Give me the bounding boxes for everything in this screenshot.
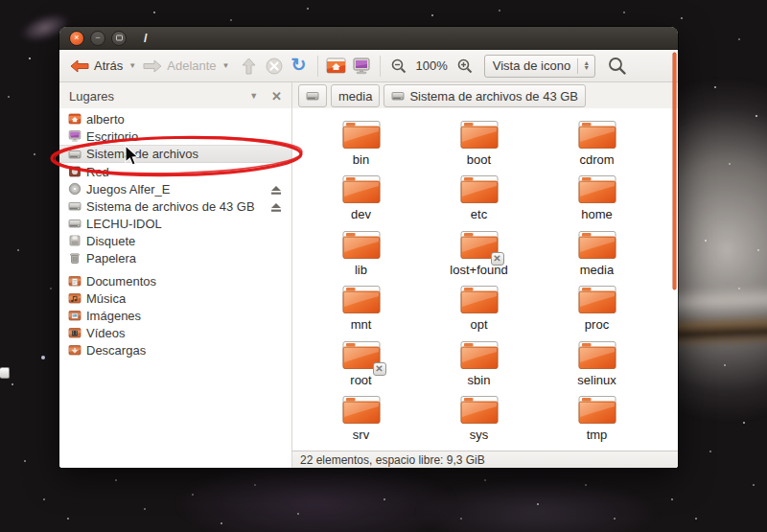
sidebar-item-sistema-de-archivos[interactable]: Sistema de archivos (59, 145, 291, 163)
sidebar-item-alberto[interactable]: alberto (59, 110, 291, 127)
folder-icon (342, 246, 381, 263)
path-button-media[interactable]: media (331, 84, 380, 107)
file-item-cdrom[interactable]: cdrom (538, 120, 656, 174)
file-item-label: srv (353, 428, 369, 442)
toolbar-separator (380, 56, 381, 77)
forward-history-dropdown[interactable]: ▼ (222, 61, 230, 70)
file-item-selinux[interactable]: selinux (538, 340, 656, 395)
close-icon: × (74, 34, 79, 42)
sidebar-item-juegos-alfer_e[interactable]: Juegos Alfer_E (59, 180, 291, 197)
file-item-label: media (580, 263, 614, 277)
file-item-dev[interactable]: dev (302, 174, 420, 229)
sidebar-item-disquete[interactable]: Disquete (59, 232, 291, 249)
file-item-label: dev (351, 207, 371, 221)
file-item-label: selinux (577, 373, 616, 387)
view-selector[interactable]: Vista de icono ▲▼ (484, 55, 595, 78)
trash-icon (67, 251, 81, 266)
home-folder-icon (326, 58, 346, 74)
file-item-label: sbin (468, 373, 491, 387)
file-item-label: root (350, 373, 371, 387)
folder-icon (578, 136, 616, 152)
places-close-icon[interactable]: ✕ (271, 89, 282, 104)
starfield (0, 0, 2, 2)
desktop-icon-fragment (0, 367, 10, 379)
zoom-out-button[interactable] (387, 55, 410, 78)
file-item-lib[interactable]: lib (302, 230, 420, 285)
sidebar-item-documentos[interactable]: Documentos (59, 272, 291, 289)
search-icon (608, 57, 626, 75)
sidebar-item-lechu-idol[interactable]: LECHU-IDOL (59, 215, 291, 232)
file-item-label: home (581, 207, 613, 221)
folder-icon (460, 136, 499, 152)
up-button[interactable] (238, 55, 261, 78)
sidebar-item-música[interactable]: Música (59, 289, 291, 307)
file-item-sys[interactable]: sys (420, 395, 538, 450)
back-history-dropdown[interactable]: ▼ (128, 61, 136, 70)
window-title: / (144, 31, 148, 45)
minimize-icon: − (95, 34, 100, 42)
file-item-proc[interactable]: proc (538, 285, 656, 339)
file-item-mnt[interactable]: mnt (302, 285, 420, 339)
file-item-label: proc (585, 317, 609, 332)
reload-button[interactable]: ↻ (288, 55, 311, 78)
file-item-srv[interactable]: srv (302, 395, 420, 450)
close-button[interactable]: × (69, 31, 84, 46)
path-button-root[interactable] (298, 84, 327, 107)
file-item-lost-found[interactable]: ✕lost+found (420, 230, 538, 285)
sidebar-item-descargas[interactable]: Descargas (59, 341, 291, 359)
sidebar-item-red[interactable]: Red (59, 163, 291, 180)
back-button[interactable]: Atrás (65, 55, 126, 78)
sidebar-item-label: Disquete (86, 234, 135, 248)
spinner-icon: ▲▼ (577, 58, 590, 74)
file-item-label: lib (355, 263, 367, 277)
places-title: Lugares (69, 89, 249, 104)
zoom-in-button[interactable] (453, 55, 476, 78)
sidebar-item-label: Red (86, 165, 109, 179)
computer-button[interactable] (350, 55, 373, 78)
file-item-label: etc (471, 207, 487, 221)
disc-icon (67, 182, 81, 197)
titlebar[interactable]: × − / (59, 27, 678, 50)
sidebar-item-papelera[interactable]: Papelera (59, 249, 291, 266)
forward-button[interactable]: Adelante (138, 55, 219, 78)
file-item-root[interactable]: ✕root (302, 340, 420, 395)
file-item-sbin[interactable]: sbin (420, 340, 538, 395)
file-item-media[interactable]: media (538, 230, 656, 285)
forward-arrow-icon (141, 55, 164, 78)
minimize-button[interactable]: − (90, 31, 105, 46)
places-dropdown-icon[interactable]: ▼ (249, 91, 258, 101)
file-item-label: tmp (587, 428, 608, 442)
sidebar-item-sistema-de-archivos-de-43-gb[interactable]: Sistema de archivos de 43 GB (59, 197, 291, 215)
folder-icon (342, 191, 381, 207)
folder-icon (578, 191, 616, 207)
window-content: albertoEscritorioSistema de archivosRedJ… (59, 108, 678, 468)
path-button-sistema-de-archivos-de-43-gb[interactable]: Sistema de archivos de 43 GB (384, 84, 586, 107)
maximize-button[interactable] (111, 31, 127, 46)
sidebar-item-label: Escritorio (86, 129, 138, 144)
stop-icon (266, 58, 283, 75)
sidebar-item-label: Sistema de archivos (86, 147, 198, 161)
images-folder-icon (67, 309, 81, 323)
file-item-bin[interactable]: bin (302, 120, 420, 174)
sidebar-item-imágenes[interactable]: Imágenes (59, 307, 291, 324)
path-bar: mediaSistema de archivos de 43 GB (292, 82, 678, 109)
path-button-label: Sistema de archivos de 43 GB (409, 89, 578, 104)
file-item-tmp[interactable]: tmp (538, 395, 656, 450)
zoom-level: 100% (416, 58, 448, 73)
file-item-home[interactable]: home (538, 174, 656, 229)
sidebar-item-label: Documentos (86, 274, 156, 289)
vertical-scrollbar[interactable] (673, 53, 676, 289)
home-button[interactable] (325, 55, 348, 78)
file-item-etc[interactable]: etc (420, 174, 538, 229)
stop-button[interactable] (263, 55, 286, 78)
path-button-label: media (338, 89, 372, 104)
file-item-boot[interactable]: boot (420, 120, 538, 174)
sidebar-item-label: Vídeos (86, 326, 125, 340)
file-item-opt[interactable]: opt (420, 285, 538, 339)
sidebar-item-label: Juegos Alfer_E (86, 182, 170, 197)
search-button[interactable] (605, 55, 628, 78)
folder-icon (578, 246, 616, 263)
sidebar-item-vídeos[interactable]: Vídeos (59, 324, 291, 341)
status-text: 22 elementos, espacio libre: 9,3 GiB (300, 453, 485, 467)
sidebar-item-escritorio[interactable]: Escritorio (59, 127, 291, 145)
